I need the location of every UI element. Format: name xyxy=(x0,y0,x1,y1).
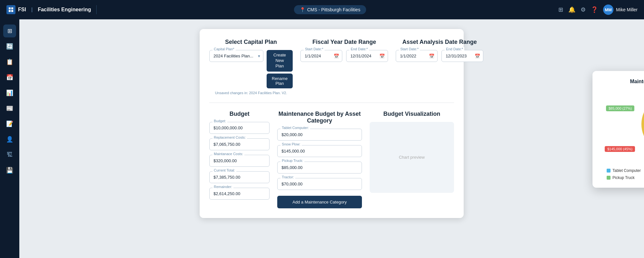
category-label-snowplow: Snow Plow: xyxy=(280,142,301,146)
pie-chart-title: Maintenance Budget Breakdown xyxy=(600,79,644,84)
asset-start-date-field: Start Date:* 📅 xyxy=(396,50,438,62)
budget-label-current-total: Current Total: xyxy=(213,168,236,172)
location-badge[interactable]: 📍 CMS - Pittsburgh Facilities xyxy=(294,5,366,14)
fiscal-end-label: End Date:* xyxy=(349,47,369,51)
user-menu[interactable]: MM Mike Miller xyxy=(603,5,638,15)
budget-field-maintenance: Maintanace Costs: xyxy=(209,155,270,167)
notifications-icon[interactable]: 🔔 xyxy=(568,6,575,13)
svg-rect-0 xyxy=(9,7,11,9)
main-card: Select Capital Plan Capital Plan* 2024 F… xyxy=(200,29,464,218)
category-field-pickup: Pickup Truck: xyxy=(277,162,362,174)
news-icon: 📰 xyxy=(6,105,13,112)
create-new-plan-button[interactable]: Create New Plan xyxy=(267,50,293,72)
legend-label-pickup: Pickup Truck xyxy=(612,175,635,180)
calendar-icon-asset-start[interactable]: 📅 xyxy=(429,54,434,59)
calendar-icon-sidebar: 📅 xyxy=(6,74,13,81)
nav-center: 📍 CMS - Pittsburgh Facilities xyxy=(102,5,558,14)
budget-input-budget[interactable] xyxy=(209,122,270,134)
budget-field-current-total: Current Total: xyxy=(209,171,270,183)
fiscal-date-fields: Start Date:* 📅 End Date:* 📅 xyxy=(300,50,388,62)
label-pickup-truck: $85,000 (27%) xyxy=(606,105,634,111)
asset-date-fields: Start Date:* 📅 End Date:* 📅 xyxy=(396,50,483,62)
legend-dot-tablet xyxy=(607,169,611,173)
pie-chart-popup: Maintenance Budget Breakdown xyxy=(592,71,644,188)
sync-icon: 🔄 xyxy=(6,43,13,50)
sidebar-item-dashboard[interactable]: ⊞ xyxy=(3,25,16,37)
asset-analysis-section: Asset Analysis Date Range Start Date:* 📅… xyxy=(396,39,483,95)
budget-title: Budget xyxy=(209,111,270,117)
apps-icon[interactable]: ⊞ xyxy=(558,6,563,13)
budget-input-replacement[interactable] xyxy=(209,138,270,150)
asset-end-label: End Date:* xyxy=(445,47,464,51)
sidebar-item-user[interactable]: 👤 xyxy=(3,133,16,146)
visualization-section: Budget Visualization Chart preview xyxy=(370,111,454,208)
category-label-pickup: Pickup Truck: xyxy=(280,159,304,163)
legend-dot-pickup xyxy=(607,176,611,180)
category-label-tractor: Tractor: xyxy=(280,175,295,179)
dashboard-icon: ⊞ xyxy=(7,27,12,35)
category-field-tablet: Tablet Computer: xyxy=(277,129,362,141)
visualization-placeholder: Chart preview xyxy=(370,122,454,193)
budget-input-current-total[interactable] xyxy=(209,171,270,183)
org-icon: 🏗 xyxy=(7,152,13,158)
location-pin-icon: 📍 xyxy=(300,7,305,12)
visualization-title: Budget Visualization xyxy=(370,111,454,117)
budget-label-remainder: Remainder: xyxy=(213,185,233,189)
budget-field-replacement: Replacement Costs: xyxy=(209,138,270,150)
sidebar: ⊞ 🔄 📋 📅 📊 📰 📝 👤 🏗 💾 xyxy=(0,19,19,258)
sidebar-item-calendar[interactable]: 📅 xyxy=(3,71,16,84)
calendar-icon-fiscal-start[interactable]: 📅 xyxy=(334,54,339,59)
capital-plan-select-wrapper: Capital Plan* 2024 Facilities Plan... ▼ xyxy=(209,50,263,62)
add-maintenance-category-button[interactable]: Add a Maintenance Category xyxy=(277,196,362,208)
budget-fields: Budget: Replacement Costs: Maintanace Co… xyxy=(209,122,270,200)
budget-field-remainder: Remainder: xyxy=(209,188,270,200)
fsi-logo-icon xyxy=(6,5,15,14)
sidebar-item-sync[interactable]: 🔄 xyxy=(3,40,16,53)
user-avatar: MM xyxy=(603,5,613,15)
sidebar-item-news[interactable]: 📰 xyxy=(3,102,16,115)
top-navigation: FSI | Facilities Engineering 📍 CMS - Pit… xyxy=(0,0,644,19)
calendar-icon-fiscal-end[interactable]: 📅 xyxy=(379,54,385,59)
category-input-snowplow[interactable] xyxy=(277,145,362,157)
pie-chart-area: $85,000 (27%) $70,000 (22%) $20,000 (6%)… xyxy=(600,91,644,162)
pie-legend: Tablet Computer Snow Plow Pickup Truck T… xyxy=(600,168,644,180)
unsaved-changes-text: Unsaved changes in: 2024 Facilities Plan… xyxy=(215,91,287,95)
category-input-tablet[interactable] xyxy=(277,129,362,141)
user-name: Mike Miller xyxy=(616,7,638,12)
fiscal-start-label: Start Date:* xyxy=(304,47,325,51)
svg-rect-3 xyxy=(11,10,13,12)
top-section: Select Capital Plan Capital Plan* 2024 F… xyxy=(209,39,454,103)
budget-input-maintenance[interactable] xyxy=(209,155,270,167)
budget-label-maintenance: Maintanace Costs: xyxy=(213,152,244,156)
capital-plan-inner: Capital Plan* 2024 Facilities Plan... ▼ … xyxy=(209,50,293,88)
budget-input-remainder[interactable] xyxy=(209,188,270,200)
legend-label-tablet: Tablet Computer xyxy=(612,168,641,173)
asset-end-date-field: End Date:* 📅 xyxy=(441,50,483,62)
sidebar-item-notes[interactable]: 📝 xyxy=(3,117,16,130)
reports-icon: 📋 xyxy=(6,58,13,65)
asset-start-label: Start Date:* xyxy=(399,47,420,51)
capital-plan-label: Capital Plan* xyxy=(213,47,236,51)
settings-icon[interactable]: ⚙ xyxy=(581,6,586,13)
category-input-pickup[interactable] xyxy=(277,162,362,174)
capital-plan-title: Select Capital Plan xyxy=(225,39,277,45)
save-icon: 💾 xyxy=(6,167,13,174)
rename-plan-button[interactable]: Rename Plan xyxy=(267,74,293,88)
fiscal-year-section: Fiscal Year Date Range Start Date:* 📅 En… xyxy=(300,39,388,95)
sidebar-item-save[interactable]: 💾 xyxy=(3,164,16,177)
analytics-icon: 📊 xyxy=(6,89,13,96)
maintenance-budget-title: Maintenance Budget by Asset Category xyxy=(277,111,362,124)
calendar-icon-asset-end[interactable]: 📅 xyxy=(475,54,480,59)
sidebar-item-analytics[interactable]: 📊 xyxy=(3,86,16,99)
legend-tablet-computer: Tablet Computer xyxy=(607,168,644,173)
main-content: Select Capital Plan Capital Plan* 2024 F… xyxy=(19,19,644,258)
notes-icon: 📝 xyxy=(6,120,13,127)
category-field-tractor: Tractor: xyxy=(277,178,362,190)
sidebar-item-reports[interactable]: 📋 xyxy=(3,55,16,68)
capital-plan-select[interactable]: 2024 Facilities Plan... xyxy=(209,50,263,62)
category-input-tractor[interactable] xyxy=(277,178,362,190)
capital-plan-section: Select Capital Plan Capital Plan* 2024 F… xyxy=(209,39,293,95)
nav-actions: ⊞ 🔔 ⚙ ❓ MM Mike Miller xyxy=(558,5,638,15)
help-icon[interactable]: ❓ xyxy=(591,6,598,13)
sidebar-item-org[interactable]: 🏗 xyxy=(3,148,16,161)
